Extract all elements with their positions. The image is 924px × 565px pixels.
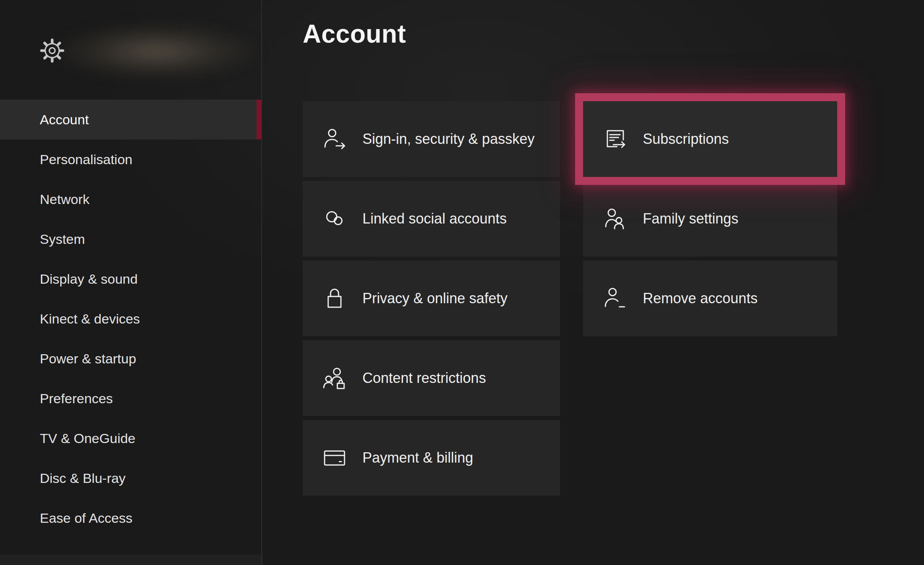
sidebar-item-tv-and-oneguide[interactable]: TV & OneGuide — [0, 418, 262, 458]
people-lock-icon — [322, 365, 347, 391]
family-icon — [602, 206, 628, 231]
sidebar-item-kinect-and-devices[interactable]: Kinect & devices — [0, 299, 262, 339]
settings-sidebar: Account Personalisation Network System D… — [0, 0, 262, 565]
sidebar-item-account[interactable]: Account — [0, 100, 262, 139]
sidebar-bottom-strip — [0, 555, 263, 565]
tile-subscriptions[interactable]: Subscriptions — [583, 101, 837, 177]
lock-icon — [322, 286, 347, 311]
sidebar-divider — [261, 0, 262, 565]
link-icon — [322, 206, 347, 231]
page-title: Account — [303, 19, 406, 49]
sidebar-item-display-and-sound[interactable]: Display & sound — [0, 259, 262, 299]
sidebar-item-disc-and-blu-ray[interactable]: Disc & Blu-ray — [0, 458, 262, 498]
sidebar-item-label: Ease of Access — [40, 510, 132, 526]
redacted-profile-name — [51, 22, 262, 80]
sidebar-item-label: Network — [40, 192, 90, 207]
person-arrow-icon — [322, 126, 347, 152]
sidebar-item-preferences[interactable]: Preferences — [0, 379, 262, 418]
sidebar-item-label: Account — [40, 112, 89, 128]
tile-content-restrictions[interactable]: Content restrictions — [303, 340, 560, 416]
tile-label: Family settings — [643, 209, 738, 228]
sidebar-item-personalisation[interactable]: Personalisation — [0, 139, 262, 179]
tile-privacy-and-online-safety[interactable]: Privacy & online safety — [303, 261, 560, 336]
tile-label: Privacy & online safety — [362, 289, 507, 308]
credit-card-icon — [322, 445, 347, 471]
gear-icon — [39, 37, 65, 64]
tile-label: Subscriptions — [643, 129, 729, 149]
sidebar-item-label: Disc & Blu-ray — [40, 471, 125, 486]
sidebar-item-label: Display & sound — [40, 271, 138, 287]
sidebar-item-label: System — [40, 231, 85, 247]
tile-family-settings[interactable]: Family settings — [583, 181, 837, 257]
tile-label: Sign-in, security & passkey — [362, 129, 534, 149]
tiles-column-left: Sign-in, security & passkey Linked socia… — [303, 101, 560, 496]
tile-linked-social-accounts[interactable]: Linked social accounts — [303, 181, 560, 257]
sidebar-item-network[interactable]: Network — [0, 179, 262, 219]
sidebar-item-label: Kinect & devices — [40, 311, 140, 327]
subscriptions-icon — [602, 126, 628, 152]
sidebar-item-label: Power & startup — [40, 351, 136, 367]
xbox-settings-screen: Account Personalisation Network System D… — [0, 0, 924, 565]
person-minus-icon — [602, 286, 628, 311]
sidebar-item-label: Preferences — [40, 391, 113, 406]
tile-label: Remove accounts — [643, 289, 758, 308]
sidebar-item-power-and-startup[interactable]: Power & startup — [0, 339, 262, 379]
sidebar-item-ease-of-access[interactable]: Ease of Access — [0, 498, 262, 538]
sidebar-nav: Account Personalisation Network System D… — [0, 100, 262, 538]
sidebar-item-label: Personalisation — [40, 152, 132, 167]
tile-label: Linked social accounts — [362, 209, 507, 228]
tile-payment-and-billing[interactable]: Payment & billing — [303, 420, 560, 496]
tile-label: Payment & billing — [362, 448, 473, 467]
tiles-column-right: Subscriptions Family settings Remove acc… — [583, 101, 837, 336]
sidebar-item-label: TV & OneGuide — [40, 431, 135, 446]
sidebar-item-system[interactable]: System — [0, 219, 262, 259]
tile-remove-accounts[interactable]: Remove accounts — [583, 261, 837, 336]
tile-sign-in-security-and-passkey[interactable]: Sign-in, security & passkey — [303, 101, 560, 177]
tile-label: Content restrictions — [362, 369, 486, 388]
